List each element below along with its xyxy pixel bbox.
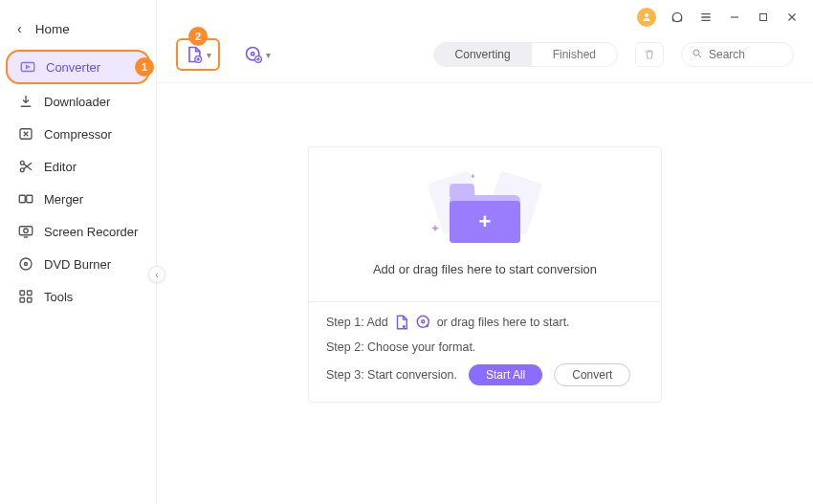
- svg-rect-6: [27, 195, 33, 203]
- sidebar-item-tools[interactable]: Tools: [6, 281, 150, 312]
- sidebar: ‹ Home Converter 1 Downloader: [0, 0, 157, 504]
- sidebar-item-label: Editor: [44, 160, 77, 174]
- sidebar-item-compressor[interactable]: Compressor: [6, 119, 150, 149]
- svg-point-24: [421, 320, 424, 323]
- sidebar-item-label: Merger: [44, 192, 83, 207]
- sidebar-item-dvd-burner[interactable]: DVD Burner: [6, 249, 150, 279]
- disc-icon: [17, 255, 34, 273]
- compress-icon: [17, 125, 34, 142]
- svg-point-16: [672, 12, 681, 21]
- main-area: 2 ▾ ▾ Converting Finished: [157, 0, 813, 504]
- svg-point-4: [20, 168, 24, 172]
- svg-point-22: [693, 50, 699, 55]
- svg-point-3: [20, 161, 24, 164]
- callout-badge-1: 1: [135, 57, 154, 77]
- home-label: Home: [35, 22, 70, 36]
- record-icon: [17, 223, 34, 240]
- svg-rect-17: [760, 14, 767, 21]
- svg-rect-11: [20, 291, 25, 296]
- sidebar-item-downloader[interactable]: Downloader: [6, 86, 150, 117]
- step-2: Step 2: Choose your format.: [326, 340, 644, 354]
- sidebar-item-label: Downloader: [44, 95, 110, 109]
- steps: Step 1: Add or drag files here to start.…: [309, 301, 661, 402]
- svg-point-10: [25, 263, 28, 266]
- convert-button[interactable]: Convert: [554, 363, 630, 386]
- svg-rect-12: [28, 291, 33, 296]
- folder-icon: + ✦ ✦: [432, 168, 538, 243]
- download-icon: [17, 93, 34, 110]
- step1-suffix: or drag files here to start.: [437, 316, 570, 329]
- file-plus-icon: [185, 45, 204, 64]
- svg-point-8: [24, 229, 29, 233]
- svg-marker-1: [27, 66, 30, 69]
- minimize-button[interactable]: [727, 10, 742, 25]
- search-icon: [692, 48, 703, 62]
- drop-card: + ✦ ✦ Add or drag files here to start co…: [308, 146, 662, 403]
- home-link[interactable]: ‹ Home: [0, 11, 156, 50]
- step-3: Step 3: Start conversion.: [326, 368, 457, 382]
- support-icon[interactable]: [670, 10, 685, 25]
- sidebar-item-converter[interactable]: Converter 1: [6, 50, 150, 84]
- disc-plus-icon[interactable]: [415, 314, 432, 331]
- step-3-row: Step 3: Start conversion. Start All Conv…: [326, 363, 644, 386]
- search-input[interactable]: [709, 48, 783, 61]
- trash-icon: [643, 48, 656, 61]
- svg-point-9: [20, 258, 32, 270]
- svg-rect-13: [20, 298, 25, 303]
- status-tabs: Converting Finished: [433, 42, 618, 67]
- close-button[interactable]: [784, 10, 800, 25]
- content-area: + ✦ ✦ Add or drag files here to start co…: [157, 82, 813, 504]
- scissors-icon: [17, 158, 34, 175]
- drop-zone[interactable]: + ✦ ✦ Add or drag files here to start co…: [309, 147, 661, 301]
- sidebar-item-label: DVD Burner: [44, 257, 111, 272]
- svg-point-15: [645, 13, 648, 17]
- converter-icon: [19, 58, 36, 76]
- drop-headline: Add or drag files here to start conversi…: [373, 262, 597, 276]
- disc-plus-icon: [244, 45, 263, 64]
- toolbar: 2 ▾ ▾ Converting Finished: [157, 33, 813, 82]
- step-1: Step 1: Add or drag files here to start.: [326, 314, 644, 331]
- callout-badge-2: 2: [188, 27, 208, 46]
- svg-rect-7: [19, 227, 33, 235]
- svg-point-20: [252, 53, 254, 55]
- sidebar-nav: Converter 1 Downloader Compressor Edito: [0, 50, 156, 312]
- sidebar-item-screen-recorder[interactable]: Screen Recorder: [6, 216, 150, 247]
- chevron-down-icon: ▾: [266, 50, 271, 60]
- clear-list-button[interactable]: [635, 42, 664, 67]
- svg-rect-14: [28, 298, 33, 303]
- svg-rect-5: [19, 195, 25, 203]
- sidebar-item-label: Tools: [44, 290, 73, 304]
- chevron-left-icon: ‹: [17, 21, 22, 36]
- window-titlebar: [157, 2, 813, 33]
- sidebar-item-editor[interactable]: Editor: [6, 151, 150, 182]
- start-all-button[interactable]: Start All: [469, 364, 542, 385]
- merge-icon: [17, 190, 34, 208]
- search-box[interactable]: [681, 42, 794, 67]
- sidebar-collapse-handle[interactable]: ‹: [148, 266, 165, 283]
- chevron-down-icon: ▾: [207, 50, 211, 60]
- file-plus-icon[interactable]: [393, 314, 410, 331]
- user-avatar-icon[interactable]: [637, 8, 656, 27]
- tab-converting[interactable]: Converting: [434, 43, 532, 66]
- maximize-button[interactable]: [756, 10, 771, 25]
- add-disc-button[interactable]: ▾: [237, 40, 277, 69]
- sidebar-item-label: Compressor: [44, 127, 112, 142]
- grid-icon: [17, 288, 34, 305]
- step1-prefix: Step 1: Add: [326, 316, 388, 329]
- sidebar-item-label: Converter: [46, 60, 100, 75]
- tab-finished[interactable]: Finished: [532, 43, 617, 66]
- sidebar-item-label: Screen Recorder: [44, 225, 138, 239]
- sidebar-item-merger[interactable]: Merger: [6, 184, 150, 214]
- menu-icon[interactable]: [698, 10, 714, 25]
- add-file-button[interactable]: 2 ▾: [176, 38, 220, 71]
